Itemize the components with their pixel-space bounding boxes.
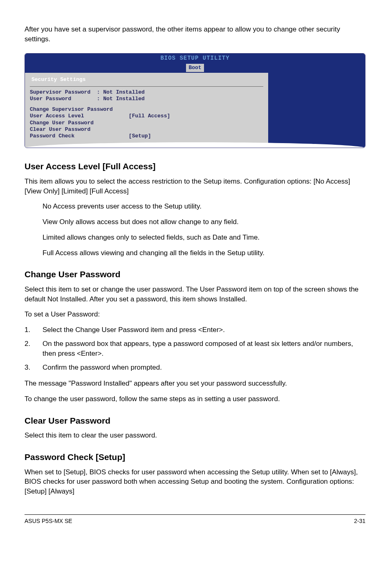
bios-title: BIOS SETUP UTILITY — [25, 54, 365, 63]
change-user-modify: To change the user password, follow the … — [25, 394, 365, 404]
heading-change-user-password: Change User Password — [25, 268, 365, 280]
heading-password-check: Password Check [Setup] — [25, 451, 365, 463]
step-2: 2.On the password box that appears, type… — [25, 339, 365, 359]
bios-supervisor-password: Supervisor Password : Not Installed — [30, 89, 263, 96]
intro-paragraph: After you have set a supervisor password… — [25, 25, 365, 44]
change-user-success: The message "Password Installed" appears… — [25, 379, 365, 388]
bios-user-access-level: User Access Level [Full Access] — [30, 113, 263, 119]
step-1: 1.Select the Change User Password item a… — [25, 325, 365, 335]
page-footer: ASUS P5S-MX SE 2-31 — [25, 514, 365, 525]
bios-change-supervisor: Change Supervisor Password — [30, 106, 263, 113]
bios-right-panel — [269, 73, 365, 148]
user-access-options-list: No Access prevents user access to the Se… — [43, 202, 365, 258]
heading-user-access-level: User Access Level [Full Access] — [25, 160, 365, 172]
option-view-only: View Only allows access but does not all… — [43, 217, 365, 227]
user-access-description: This item allows you to select the acces… — [25, 177, 365, 196]
change-user-intro: To set a User Password: — [25, 310, 365, 319]
bios-left-panel: Security Settings Supervisor Password : … — [25, 73, 269, 148]
bios-tab-row: Boot — [25, 62, 365, 73]
footer-page-number: 2-31 — [354, 517, 365, 525]
bios-body: Security Settings Supervisor Password : … — [25, 73, 365, 148]
bios-user-password: User Password : Not Installed — [30, 96, 263, 102]
option-full-access: Full Access allows viewing and changing … — [43, 248, 365, 258]
bios-section-title: Security Settings — [30, 75, 263, 84]
password-check-description: When set to [Setup], BIOS checks for use… — [25, 467, 365, 496]
option-no-access: No Access prevents user access to the Se… — [43, 202, 365, 211]
bios-password-check: Password Check [Setup] — [30, 133, 263, 139]
bios-tab-boot: Boot — [186, 64, 204, 72]
clear-user-description: Select this item to clear the user passw… — [25, 431, 365, 440]
step-3: 3.Confirm the password when prompted. — [25, 363, 365, 373]
bios-divider — [30, 86, 263, 87]
change-user-steps: 1.Select the Change User Password item a… — [25, 325, 365, 372]
change-user-description: Select this item to set or change the us… — [25, 285, 365, 304]
footer-product: ASUS P5S-MX SE — [25, 517, 72, 525]
option-limited: Limited allows changes only to selected … — [43, 233, 365, 242]
bios-clear-user: Clear User Password — [30, 126, 263, 133]
heading-clear-user-password: Clear User Password — [25, 415, 365, 426]
bios-screenshot: BIOS SETUP UTILITY Boot Security Setting… — [25, 53, 365, 148]
bios-change-user: Change User Password — [30, 120, 263, 126]
